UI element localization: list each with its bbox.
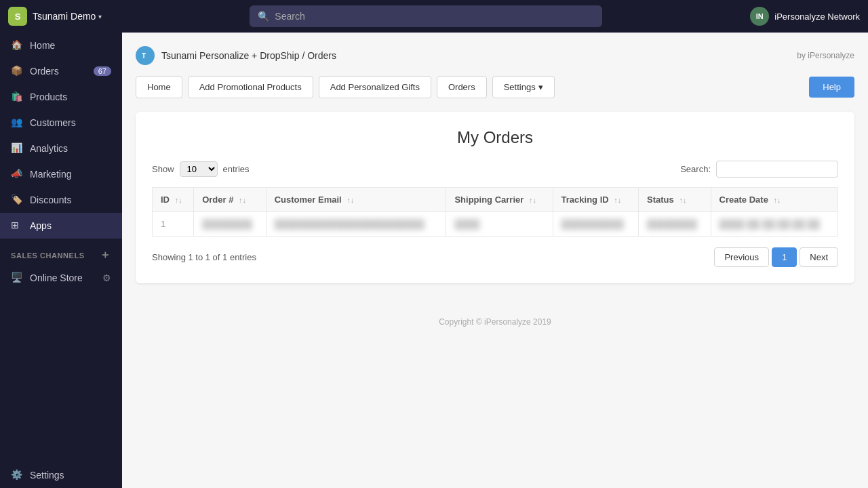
settings-button[interactable]: Settings ▾ (492, 76, 555, 98)
store-dropdown-chevron-icon: ▾ (98, 13, 102, 20)
showing-entries-text: Showing 1 to 1 of 1 entries (152, 252, 256, 262)
pagination-buttons: Previous 1 Next (714, 247, 838, 267)
col-id[interactable]: ID ↑↓ (153, 188, 194, 212)
sidebar-item-customers[interactable]: 👥 Customers (0, 110, 122, 136)
copyright-text: Copyright © iPersonalyze 2019 (439, 317, 551, 327)
sort-icon: ↑↓ (239, 196, 246, 204)
help-button[interactable]: Help (809, 77, 854, 98)
col-shipping-carrier[interactable]: Shipping Carrier ↑↓ (446, 188, 553, 212)
store-name-dropdown[interactable]: Tsunami Demo ▾ (33, 11, 102, 22)
analytics-icon: 📊 (11, 142, 23, 155)
app-logo: T (136, 46, 155, 65)
svg-text:T: T (142, 52, 146, 60)
apps-icon: ⊞ (11, 220, 23, 232)
add-promotional-products-button[interactable]: Add Promotional Products (188, 76, 313, 98)
discounts-icon: 🏷️ (11, 194, 23, 206)
sidebar-item-analytics[interactable]: 📊 Analytics (0, 136, 122, 161)
cell-shipping-carrier: ████ (446, 212, 553, 237)
sort-icon: ↑↓ (347, 196, 354, 204)
table-search-control: Search: (680, 161, 838, 178)
page-1-button[interactable]: 1 (772, 247, 797, 267)
table-body: 1 ████████ ████████████████████████ ████… (153, 212, 838, 237)
orders-card: My Orders Show 10 25 50 100 entries Sear… (136, 112, 854, 283)
col-create-date[interactable]: Create Date ↑↓ (711, 188, 837, 212)
settings-icon: ⚙️ (11, 469, 23, 481)
sidebar-item-marketing[interactable]: 📣 Marketing (0, 161, 122, 187)
sort-icon: ↑↓ (175, 196, 182, 204)
user-name: iPersonalyze Network (774, 12, 860, 22)
breadcrumb-separator: / (302, 50, 307, 61)
sidebar-item-label: Online Store (30, 272, 83, 283)
sidebar-item-label: Products (30, 92, 67, 102)
app-header-right: by iPersonalyze (797, 51, 854, 60)
entries-select[interactable]: 10 25 50 100 (180, 161, 218, 177)
sidebar-item-label: Discounts (30, 195, 71, 205)
previous-button[interactable]: Previous (714, 247, 769, 267)
orders-icon: 📦 (11, 65, 23, 77)
app-header: T Tsunami Personalize + DropShip / Order… (136, 46, 854, 65)
main-content: T Tsunami Personalize + DropShip / Order… (122, 33, 868, 488)
show-entries-control: Show 10 25 50 100 entries (152, 161, 250, 177)
online-store-settings-icon[interactable]: ⚙ (102, 272, 111, 283)
breadcrumb-parent: Tsunami Personalize + DropShip (161, 50, 300, 61)
sidebar: 🏠 Home 📦 Orders 67 🛍️ Products 👥 Custome… (0, 33, 122, 488)
col-order-num[interactable]: Order # ↑↓ (194, 188, 267, 212)
add-sales-channel-icon[interactable]: ＋ (100, 248, 111, 262)
col-status[interactable]: Status ↑↓ (639, 188, 711, 212)
sidebar-item-products[interactable]: 🛍️ Products (0, 84, 122, 110)
sidebar-item-home[interactable]: 🏠 Home (0, 33, 122, 58)
top-nav-left: S Tsunami Demo ▾ (8, 7, 102, 26)
sales-channels-section: SALES CHANNELS ＋ (0, 239, 122, 265)
sidebar-item-label: Orders (30, 66, 59, 77)
products-icon: 🛍️ (11, 91, 23, 103)
marketing-icon: 📣 (11, 168, 23, 180)
table-search-input[interactable] (716, 161, 838, 178)
online-store-icon: 🖥️ (11, 272, 23, 284)
orders-badge: 67 (94, 66, 111, 76)
shopify-logo: S (8, 7, 27, 26)
sort-icon: ↑↓ (529, 196, 536, 204)
table-row: 1 ████████ ████████████████████████ ████… (153, 212, 838, 237)
sidebar-item-label: Marketing (30, 169, 71, 180)
col-tracking-id[interactable]: Tracking ID ↑↓ (553, 188, 638, 212)
search-icon: 🔍 (258, 11, 269, 22)
sidebar-item-settings[interactable]: ⚙️ Settings (0, 462, 122, 488)
app-toolbar: Home Add Promotional Products Add Person… (136, 76, 854, 98)
sort-icon: ↑↓ (614, 196, 621, 204)
sidebar-item-label: Analytics (30, 143, 68, 154)
breadcrumb: Tsunami Personalize + DropShip / Orders (161, 50, 336, 61)
cell-email: ████████████████████████ (266, 212, 446, 237)
customers-icon: 👥 (11, 117, 23, 129)
home-button[interactable]: Home (136, 76, 182, 98)
orders-button[interactable]: Orders (437, 76, 487, 98)
top-navigation: S Tsunami Demo ▾ 🔍 IN iPersonalyze Netwo… (0, 0, 868, 33)
sidebar-item-label: Customers (30, 117, 76, 128)
sidebar-item-label: Home (30, 40, 55, 51)
sidebar-item-orders[interactable]: 📦 Orders 67 (0, 58, 122, 84)
settings-dropdown-chevron-icon: ▾ (538, 82, 543, 92)
sidebar-item-online-store[interactable]: 🖥️ Online Store ⚙ (0, 265, 122, 291)
sort-icon: ↑↓ (679, 196, 686, 204)
cell-tracking-id: ██████████ (553, 212, 638, 237)
sidebar-item-label: Settings (30, 470, 64, 481)
global-search-bar[interactable]: 🔍 (250, 5, 602, 27)
footer: Copyright © iPersonalyze 2019 (136, 297, 854, 347)
cell-order-num: ████████ (194, 212, 267, 237)
avatar: IN (750, 7, 769, 26)
sort-icon: ↑↓ (774, 196, 781, 204)
next-button[interactable]: Next (800, 247, 838, 267)
sidebar-item-apps[interactable]: ⊞ Apps (0, 213, 122, 239)
cell-create-date: ████-██-██ ██:██:██ (711, 212, 837, 237)
app-header-left: T Tsunami Personalize + DropShip / Order… (136, 46, 336, 65)
col-customer-email[interactable]: Customer Email ↑↓ (266, 188, 446, 212)
pagination-section: Showing 1 to 1 of 1 entries Previous 1 N… (152, 247, 838, 267)
top-nav-right: IN iPersonalyze Network (750, 7, 860, 26)
cell-id: 1 (153, 212, 194, 237)
table-header: ID ↑↓ Order # ↑↓ Customer Email ↑↓ Shipp… (153, 188, 838, 212)
search-input[interactable] (275, 11, 594, 22)
orders-table: ID ↑↓ Order # ↑↓ Customer Email ↑↓ Shipp… (152, 187, 838, 237)
table-title: My Orders (152, 128, 838, 147)
add-personalized-gifts-button[interactable]: Add Personalized Gifts (319, 76, 431, 98)
cell-status: ████████ (639, 212, 711, 237)
sidebar-item-discounts[interactable]: 🏷️ Discounts (0, 187, 122, 213)
